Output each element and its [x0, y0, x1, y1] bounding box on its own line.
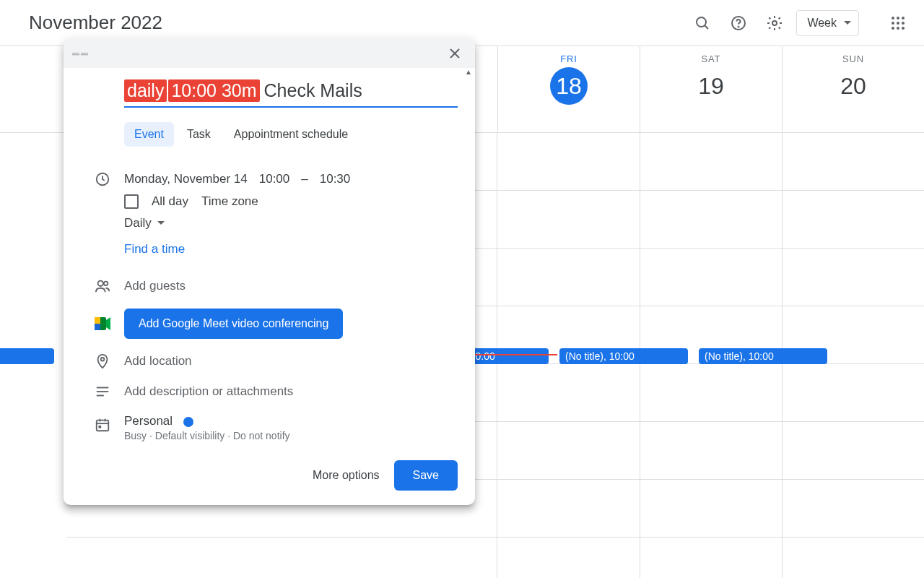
event-create-modal: ══ ▲ daily 10:00 30m Check Mails Event T… — [64, 39, 475, 505]
day-label: SUN — [842, 53, 864, 64]
recurrence-select[interactable]: Daily — [81, 216, 458, 230]
day-header-sat[interactable]: SAT 19 — [640, 46, 782, 132]
modal-titlebar[interactable]: ══ — [64, 39, 475, 68]
timezone-link[interactable]: Time zone — [201, 194, 258, 209]
event-title-input[interactable]: daily 10:00 30m Check Mails — [124, 79, 458, 108]
svg-point-12 — [897, 27, 899, 30]
people-icon — [81, 278, 124, 294]
event-chip[interactable]: 0 — [0, 348, 54, 364]
modal-body: ▲ daily 10:00 30m Check Mails Event Task… — [64, 68, 475, 449]
time-row[interactable]: Monday, November 14 10:00 – 10:30 — [81, 164, 458, 194]
svg-point-7 — [902, 17, 905, 20]
search-icon[interactable] — [688, 9, 717, 38]
svg-point-22 — [101, 358, 105, 361]
allday-label: All day — [152, 194, 188, 209]
svg-point-17 — [98, 281, 103, 286]
tab-task[interactable]: Task — [177, 122, 221, 147]
title-chip-daily: daily — [124, 79, 167, 102]
title-chip-time: 10:00 30m — [168, 79, 259, 102]
guests-row[interactable]: Add guests — [81, 271, 458, 301]
header-actions: Week — [688, 9, 912, 38]
allday-checkbox[interactable] — [124, 194, 139, 209]
location-icon — [81, 353, 124, 369]
calendar-color-dot — [183, 417, 193, 427]
add-description-label: Add description or attachments — [124, 384, 458, 399]
svg-rect-26 — [97, 420, 109, 431]
svg-point-18 — [104, 282, 108, 286]
add-location-label: Add location — [124, 354, 458, 368]
save-button[interactable]: Save — [394, 460, 458, 491]
day-header-sun[interactable]: SUN 20 — [782, 46, 924, 132]
scroll-up-icon[interactable]: ▲ — [465, 68, 472, 76]
svg-point-3 — [738, 26, 739, 27]
title-text: Check Mails — [261, 80, 362, 101]
event-type-tabs: Event Task Appointment schedule — [81, 122, 458, 147]
meet-icon — [81, 317, 124, 330]
event-chip-sun[interactable]: (No title), 10:00 — [699, 348, 827, 364]
add-meet-button[interactable]: Add Google Meet video conferencing — [124, 309, 343, 339]
chevron-down-icon — [157, 221, 165, 225]
svg-point-8 — [892, 22, 894, 25]
day-num: 18 — [550, 67, 588, 105]
svg-point-5 — [892, 17, 894, 20]
settings-icon[interactable] — [760, 9, 789, 38]
svg-point-10 — [902, 22, 905, 25]
svg-rect-20 — [95, 317, 100, 324]
svg-point-11 — [892, 27, 894, 30]
tab-appointment[interactable]: Appointment schedule — [224, 122, 358, 147]
view-label: Week — [807, 17, 837, 30]
svg-point-6 — [897, 17, 899, 20]
svg-rect-21 — [95, 324, 100, 330]
svg-point-0 — [697, 17, 706, 27]
day-label: SAT — [702, 53, 721, 64]
help-icon[interactable] — [724, 9, 753, 38]
svg-line-1 — [705, 25, 709, 29]
clock-icon — [81, 171, 124, 187]
event-title-row: daily 10:00 30m Check Mails — [81, 79, 458, 108]
find-time-row: Find a time — [81, 242, 458, 256]
event-date[interactable]: Monday, November 14 — [124, 172, 248, 186]
day-num: 20 — [834, 67, 872, 105]
more-options-button[interactable]: More options — [313, 469, 380, 482]
allday-row: All day Time zone — [81, 194, 458, 209]
drag-handle-icon[interactable]: ══ — [72, 48, 90, 59]
add-guests-label: Add guests — [124, 279, 458, 293]
calendar-name: Personal — [124, 414, 173, 428]
day-num: 19 — [692, 67, 730, 105]
time-gutter — [0, 46, 66, 132]
event-chip-sat[interactable]: (No title), 10:00 — [559, 348, 688, 364]
view-selector[interactable]: Week — [796, 10, 859, 36]
calendar-row[interactable]: Personal Busy · Default visibility · Do … — [81, 407, 458, 449]
event-start-time[interactable]: 10:00 — [259, 172, 290, 186]
chevron-down-icon — [844, 21, 851, 25]
find-time-link[interactable]: Find a time — [124, 242, 185, 256]
day-label: FRI — [560, 53, 577, 64]
svg-point-9 — [897, 22, 899, 25]
event-end-time[interactable]: 10:30 — [320, 172, 351, 186]
location-row[interactable]: Add location — [81, 346, 458, 376]
modal-footer: More options Save — [64, 449, 475, 505]
svg-rect-30 — [99, 426, 102, 428]
description-row[interactable]: Add description or attachments — [81, 376, 458, 407]
meet-row: Add Google Meet video conferencing — [81, 301, 458, 346]
svg-point-4 — [772, 21, 777, 25]
day-header-fri[interactable]: FRI 18 — [497, 46, 640, 132]
description-icon — [81, 384, 124, 400]
calendar-icon — [81, 414, 124, 433]
month-title: November 2022 — [29, 12, 688, 34]
tab-event[interactable]: Event — [124, 122, 174, 147]
svg-point-13 — [902, 27, 905, 30]
apps-icon[interactable] — [884, 9, 912, 38]
calendar-visibility: Busy · Default visibility · Do not notif… — [124, 430, 458, 441]
close-button[interactable] — [443, 42, 466, 65]
close-icon — [448, 46, 462, 61]
